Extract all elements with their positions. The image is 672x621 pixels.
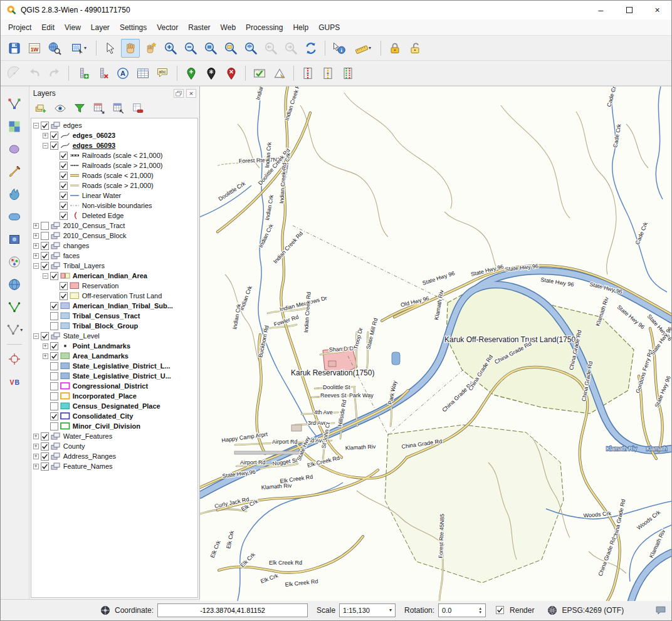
layer-checkbox[interactable]: [60, 182, 68, 190]
zoom-full-button[interactable]: [201, 39, 220, 58]
layer-checkbox[interactable]: [50, 352, 58, 360]
measure-button[interactable]: ▾: [350, 39, 376, 58]
delete-column-button[interactable]: [93, 64, 112, 83]
layer-item-non-visible-boundaries[interactable]: Non-visible boundaries: [31, 201, 197, 211]
expander-icon[interactable]: +: [43, 343, 48, 349]
pan-button[interactable]: [121, 39, 140, 58]
expander-icon[interactable]: +: [33, 434, 39, 439]
menu-web[interactable]: Web: [216, 21, 241, 34]
maximize-button[interactable]: [615, 1, 643, 19]
layer-checkbox[interactable]: [41, 232, 49, 240]
layer-item-2010-census-block[interactable]: +2010_Census_Block: [31, 231, 197, 241]
add-group-button[interactable]: [33, 101, 49, 116]
layer-checkbox[interactable]: [50, 422, 58, 431]
menu-view[interactable]: View: [60, 21, 86, 34]
expander-icon[interactable]: −: [43, 273, 48, 279]
layer-item-state-level[interactable]: −State_Level: [31, 331, 197, 341]
layer-item-congressional-district[interactable]: Congressional_District: [31, 381, 197, 391]
layer-checkbox[interactable]: [41, 432, 49, 441]
refresh-button[interactable]: [302, 39, 320, 58]
touch-button[interactable]: [101, 39, 120, 58]
layer-item-area-landmarks[interactable]: +Area_Landmarks: [31, 351, 197, 361]
annotation-button[interactable]: A: [113, 64, 132, 83]
layer-checkbox[interactable]: [60, 202, 68, 210]
filter-button[interactable]: [71, 101, 88, 116]
layer-item-2010-census-tract[interactable]: +2010_Census_Tract: [31, 221, 197, 231]
expand-table-button[interactable]: [91, 101, 107, 116]
layer-checkbox[interactable]: [50, 412, 58, 420]
layer-checkbox[interactable]: [50, 132, 58, 140]
messages-icon[interactable]: [655, 605, 666, 616]
expander-icon[interactable]: +: [33, 233, 39, 239]
layer-checkbox[interactable]: [41, 122, 49, 130]
zipper-yellow-button[interactable]: [318, 64, 337, 83]
expander-icon[interactable]: −: [43, 143, 48, 149]
map-canvas[interactable]: Indian CrkIndian Creek RdForest Rte 17N1…: [200, 86, 671, 601]
layer-item-edges-06023[interactable]: +edges_06023: [31, 130, 197, 140]
zipper-multi-button[interactable]: [339, 64, 357, 83]
expander-icon[interactable]: +: [33, 243, 39, 249]
layer-item-linear-water[interactable]: Linear Water: [31, 190, 197, 201]
layer-checkbox[interactable]: [60, 172, 68, 180]
layer-checkbox[interactable]: [50, 272, 58, 280]
zoom-out-button[interactable]: [181, 39, 200, 58]
node-tool-button[interactable]: [4, 94, 24, 114]
checker-button[interactable]: [4, 117, 24, 137]
lock-open-button[interactable]: [406, 39, 424, 58]
zoom-selection-button[interactable]: [221, 39, 240, 58]
layer-item-roads-scale-21-000-[interactable]: Roads (scale > 21,000): [31, 180, 197, 190]
layer-checkbox[interactable]: [50, 342, 58, 350]
zoom-in-button[interactable]: [161, 39, 180, 58]
globe-zoom-button[interactable]: [45, 39, 64, 58]
expander-icon[interactable]: +: [33, 223, 39, 229]
layer-item-county[interactable]: +County: [31, 441, 197, 451]
layer-item-minor-civil-division[interactable]: Minor_Civil_Division: [31, 421, 197, 431]
menu-edit[interactable]: Edit: [36, 21, 60, 34]
brush-button[interactable]: [4, 162, 24, 182]
crosshair-button[interactable]: [4, 349, 24, 369]
layer-item-faces[interactable]: +faces: [31, 251, 197, 261]
layer-checkbox[interactable]: [60, 292, 68, 300]
layer-checkbox[interactable]: [41, 452, 49, 461]
identify-button[interactable]: i: [330, 39, 349, 58]
menu-settings[interactable]: Settings: [115, 21, 152, 34]
menu-vector[interactable]: Vector: [152, 21, 183, 34]
layer-checkbox[interactable]: [50, 372, 58, 380]
close-button[interactable]: ×: [186, 89, 196, 98]
layer-item-deleted-edge[interactable]: Deleted Edge: [31, 211, 197, 221]
expander-icon[interactable]: −: [33, 123, 39, 128]
layer-checkbox[interactable]: [50, 142, 58, 150]
layer-checkbox[interactable]: [60, 282, 68, 290]
layer-checkbox[interactable]: [50, 362, 58, 370]
layer-item-railroads-scale-21-000-[interactable]: Railroads (scale > 21,000): [31, 160, 197, 170]
chevron-down-icon[interactable]: ▾: [389, 607, 392, 613]
draw-shape-button[interactable]: [270, 64, 289, 83]
layer-item-railroads-scale-21-000-[interactable]: Railroads (scale < 21,000): [31, 150, 197, 160]
chevron-down-icon[interactable]: ▾: [84, 45, 87, 51]
layer-checkbox[interactable]: [50, 402, 58, 410]
layer-checkbox[interactable]: [50, 392, 58, 400]
menu-help[interactable]: Help: [288, 21, 313, 34]
zipper-red-button[interactable]: [298, 64, 317, 83]
expander-icon[interactable]: −: [33, 263, 39, 269]
marker-black-button[interactable]: [202, 64, 221, 83]
labeling-button[interactable]: abc: [154, 64, 172, 83]
layer-item-roads-scale-21-000-[interactable]: Roads (scale < 21,000): [31, 170, 197, 180]
new-composer-button[interactable]: 1W: [25, 39, 44, 58]
attribute-table-button[interactable]: [134, 64, 152, 83]
layer-checkbox[interactable]: [50, 312, 58, 320]
layer-checkbox[interactable]: [60, 162, 68, 170]
add-column-button[interactable]: [73, 64, 92, 83]
render-checkbox[interactable]: [496, 606, 504, 614]
menu-raster[interactable]: Raster: [183, 21, 215, 34]
coordinate-input[interactable]: [157, 603, 308, 617]
layer-checkbox[interactable]: [41, 442, 49, 451]
menu-project[interactable]: Project: [3, 21, 36, 34]
expander-icon[interactable]: +: [33, 454, 39, 459]
dark-rect-button[interactable]: [4, 229, 24, 249]
layer-item-water-features[interactable]: +Water_Features: [31, 431, 197, 441]
layer-checkbox[interactable]: [50, 302, 58, 310]
expander-icon[interactable]: +: [43, 353, 48, 359]
menu-gups[interactable]: GUPS: [313, 21, 345, 34]
zoom-layer-button[interactable]: [241, 39, 260, 58]
